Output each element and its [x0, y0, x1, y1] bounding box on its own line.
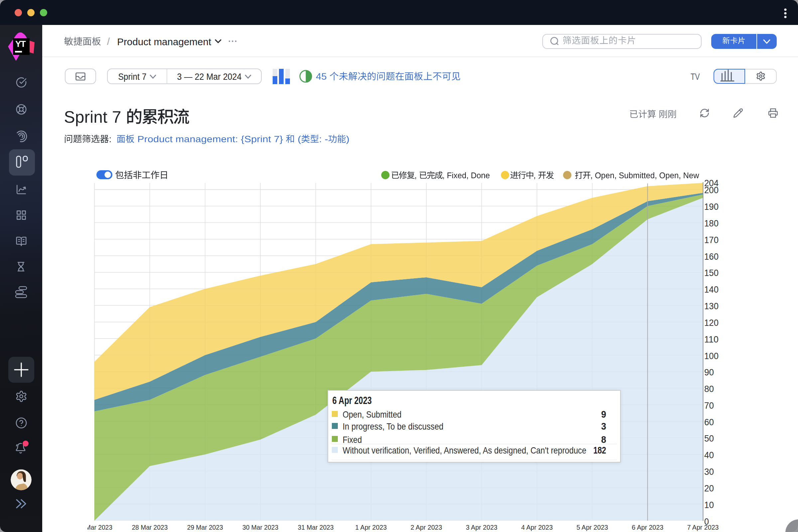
svg-text:3 — 22 Mar 2024: 3 — 22 Mar 2024 — [177, 72, 242, 82]
svg-text:182: 182 — [593, 444, 606, 456]
svg-text:Without verification, Verified: Without verification, Verified, Answered… — [342, 445, 586, 456]
svg-text:9: 9 — [601, 408, 606, 420]
svg-text:6 Apr 2023: 6 Apr 2023 — [332, 395, 372, 406]
svg-text:YT: YT — [15, 39, 26, 49]
svg-text:Sprint 7: Sprint 7 — [118, 72, 146, 82]
svg-text:/: / — [107, 36, 110, 47]
svg-text:TV: TV — [690, 72, 700, 82]
svg-text:Fixed: Fixed — [342, 435, 362, 445]
svg-text:3: 3 — [601, 421, 606, 432]
svg-text:Product management: Product management — [117, 37, 211, 47]
svg-text:Open, Submitted: Open, Submitted — [342, 409, 401, 420]
svg-text:In progress, To be discussed: In progress, To be discussed — [342, 421, 443, 432]
svg-text:8: 8 — [601, 434, 606, 445]
